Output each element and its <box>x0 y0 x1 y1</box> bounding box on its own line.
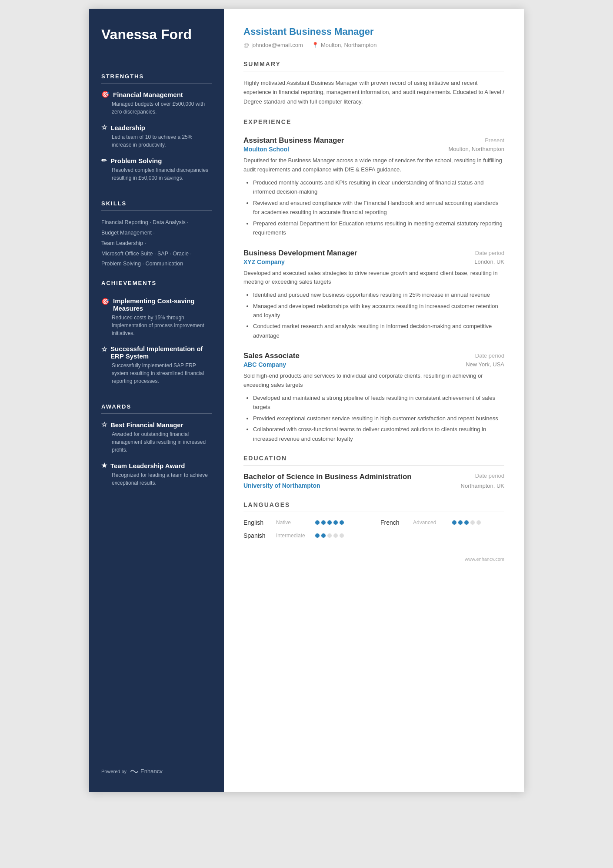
language-english: English Native <box>243 519 367 526</box>
skill-line-2: Budget Management · <box>101 228 212 238</box>
education-divider <box>243 465 504 466</box>
website-url: www.enhancv.com <box>465 556 504 562</box>
achievement-1-desc: Reduced costs by 15% through implementat… <box>101 314 212 337</box>
dot <box>452 520 456 525</box>
achievements-title: ACHIEVEMENTS <box>101 280 212 286</box>
exp-3-bullets: Developed and maintained a strong pipeli… <box>243 393 504 443</box>
dot <box>458 520 463 525</box>
lang-french-dots <box>452 520 481 525</box>
summary-divider <box>243 71 504 71</box>
achievement-1-title: Implementing Cost-saving Measures <box>113 297 212 312</box>
email-icon: @ <box>243 42 249 48</box>
email-contact: @ johndoe@email.com <box>243 42 303 48</box>
exp-2-bullets: Identified and pursued new business oppo… <box>243 290 504 340</box>
exp-1-bullet-3: Prepared external Department for Educati… <box>253 219 504 238</box>
award-item-2: ★ Team Leadership Award Recognized for l… <box>101 462 212 487</box>
candidate-name: Vanessa Ford <box>101 26 212 43</box>
dot <box>340 520 344 525</box>
lang-french-level: Advanced <box>413 519 448 526</box>
achievement-item-2: ☆ Successful Implementation of ERP Syste… <box>101 345 212 385</box>
main-footer: www.enhancv.com <box>243 556 504 562</box>
edu-1-date: Date period <box>475 473 504 479</box>
strength-1-desc: Managed budgets of over £500,000 with ze… <box>101 100 212 116</box>
exp-2-company: XYZ Company <box>243 258 285 265</box>
edu-1-location: Northampton, UK <box>461 483 504 489</box>
lang-spanish-dots <box>315 533 344 538</box>
exp-1-bullets: Produced monthly accounts and KPIs resul… <box>243 178 504 238</box>
exp-3-location: New York, USA <box>466 361 504 368</box>
exp-3-date: Date period <box>475 352 504 359</box>
achievement-item-1: 🎯 Implementing Cost-saving Measures Redu… <box>101 297 212 337</box>
strength-item-2: ☆ Leadership Led a team of 10 to achieve… <box>101 124 212 149</box>
strength-3-desc: Resolved complex financial discrepancies… <box>101 166 212 182</box>
dot <box>321 533 326 538</box>
experience-entry-1: Assistant Business Manager Present Moult… <box>243 136 504 237</box>
powered-by-label: Powered by <box>101 769 127 774</box>
exp-3-bullet-3: Collaborated with cross-functional teams… <box>253 425 504 443</box>
experience-entry-3: Sales Associate Date period ABC Company … <box>243 352 504 443</box>
experience-entry-2: Business Development Manager Date period… <box>243 249 504 341</box>
exp-2-title: Business Development Manager <box>243 249 357 258</box>
exp-3-bullet-1: Developed and maintained a strong pipeli… <box>253 393 504 412</box>
skill-line-1: Financial Reporting · Data Analysis · <box>101 218 212 228</box>
award-1-desc: Awarded for outstanding financial manage… <box>101 430 212 454</box>
sidebar-footer: Powered by Enhancv <box>101 751 212 774</box>
education-section-title: EDUCATION <box>243 455 504 462</box>
lang-spanish-level: Intermediate <box>276 533 311 539</box>
skills-list: Financial Reporting · Data Analysis · Bu… <box>101 218 212 269</box>
strengths-title: STRENGTHS <box>101 73 212 80</box>
skill-line-5: Problem Solving · Communication <box>101 259 212 269</box>
achievement-2-title: Successful Implementation of ERP System <box>110 345 212 360</box>
exp-1-company: Moulton School <box>243 146 289 153</box>
dot <box>321 520 326 525</box>
lang-english-dots <box>315 520 344 525</box>
leadership-icon: ☆ <box>101 124 107 131</box>
dot <box>327 520 332 525</box>
contact-info: @ johndoe@email.com 📍 Moulton, Northampt… <box>243 42 504 48</box>
skill-line-4: Microsoft Office Suite · SAP · Oracle · <box>101 249 212 259</box>
brand-name: Enhancv <box>140 768 163 774</box>
dot <box>470 520 475 525</box>
education-entry-1: Bachelor of Science in Business Administ… <box>243 473 504 489</box>
exp-3-bullet-2: Provided exceptional customer service re… <box>253 414 504 423</box>
sidebar: Vanessa Ford STRENGTHS 🎯 Financial Manag… <box>89 9 224 792</box>
lang-english-name: English <box>243 519 272 526</box>
edu-1-school: University of Northampton <box>243 482 320 489</box>
strength-item-3: ✏ Problem Solving Resolved complex finan… <box>101 157 212 182</box>
award-1-title: Best Financial Manager <box>110 421 183 429</box>
exp-3-title: Sales Associate <box>243 352 300 360</box>
exp-1-desc: Deputised for the Business Manager acros… <box>243 156 504 174</box>
strengths-divider <box>101 83 212 84</box>
skill-line-3: Team Leadership · <box>101 238 212 249</box>
location-icon: 📍 <box>312 42 319 48</box>
languages-divider <box>243 512 504 512</box>
dot <box>327 533 332 538</box>
experience-divider <box>243 129 504 129</box>
dot <box>333 533 338 538</box>
enhancv-logo: Enhancv <box>130 768 163 774</box>
summary-section-title: SUMMARY <box>243 60 504 67</box>
exp-3-desc: Sold high-end products and services to i… <box>243 372 504 390</box>
award-item-1: ☆ Best Financial Manager Awarded for out… <box>101 421 212 454</box>
lang-french-name: French <box>380 519 409 526</box>
achievement-2-desc: Successfully implemented SAP ERP system … <box>101 362 212 385</box>
award-1-icon: ☆ <box>101 421 107 429</box>
skills-divider <box>101 210 212 211</box>
experience-section-title: EXPERIENCE <box>243 118 504 125</box>
dot <box>315 520 320 525</box>
exp-1-bullet-1: Produced monthly accounts and KPIs resul… <box>253 178 504 197</box>
strength-2-title: Leadership <box>110 124 145 131</box>
languages-grid: English Native French Advanced <box>243 519 504 539</box>
dot <box>315 533 320 538</box>
exp-2-desc: Developed and executed sales strategies … <box>243 269 504 287</box>
award-2-title: Team Leadership Award <box>110 462 185 469</box>
exp-1-location: Moulton, Northampton <box>448 146 504 152</box>
lang-english-level: Native <box>276 519 311 526</box>
strength-item-1: 🎯 Financial Management Managed budgets o… <box>101 90 212 116</box>
exp-1-bullet-2: Reviewed and ensured compliance with the… <box>253 198 504 217</box>
achievement-1-icon: 🎯 <box>101 298 110 305</box>
languages-section-title: LANGUAGES <box>243 501 504 508</box>
dot <box>333 520 338 525</box>
strength-3-title: Problem Solving <box>110 157 162 164</box>
skills-title: SKILLS <box>101 200 212 207</box>
